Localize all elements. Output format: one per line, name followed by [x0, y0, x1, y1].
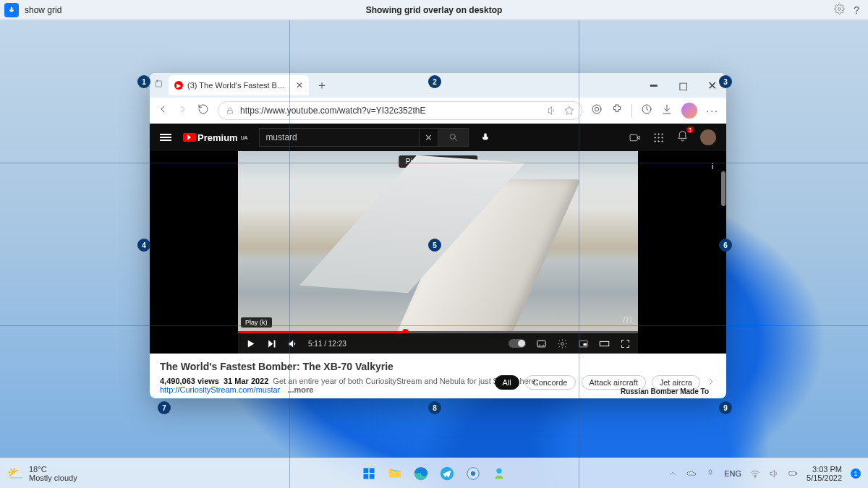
history-icon[interactable] — [641, 103, 652, 118]
fullscreen-button[interactable] — [620, 338, 631, 349]
youtube-favicon: ▶ — [174, 81, 183, 90]
svg-point-31 — [471, 471, 475, 476]
svg-point-9 — [658, 133, 659, 134]
url-text: https://www.youtube.com/watch?v=YI32c352… — [240, 106, 425, 116]
grid-cell-2[interactable]: 2 — [428, 75, 441, 88]
browser-menu-icon[interactable]: ··· — [706, 105, 719, 116]
captions-button[interactable] — [536, 338, 547, 349]
play-button[interactable] — [245, 338, 256, 349]
voice-settings-icon[interactable] — [834, 4, 845, 17]
refresh-button[interactable] — [197, 103, 209, 118]
weather-widget[interactable]: ⛅ 18°C Mostly cloudy — [7, 465, 77, 482]
svg-point-20 — [561, 342, 564, 345]
svg-point-3 — [592, 105, 601, 114]
svg-rect-7 — [630, 134, 637, 141]
related-video-title[interactable]: Russian Bomber Made To — [621, 388, 709, 395]
svg-point-13 — [662, 137, 663, 137]
notification-center-badge[interactable]: 1 — [851, 468, 861, 479]
tray-mic-icon[interactable] — [705, 468, 715, 479]
grid-cell-7[interactable]: 7 — [158, 401, 171, 414]
chip-concorde[interactable]: Concorde — [525, 375, 576, 390]
extensions-icon[interactable] — [611, 103, 623, 118]
channel-watermark[interactable]: m — [623, 313, 632, 326]
youtube-logo[interactable]: Premium UA — [183, 132, 247, 143]
grid-cell-6[interactable]: 6 — [719, 239, 732, 252]
voice-access-icon[interactable] — [488, 463, 510, 484]
svg-rect-26 — [364, 474, 369, 479]
volume-button[interactable] — [287, 338, 298, 349]
miniplayer-button[interactable] — [578, 338, 589, 349]
youtube-search: ✕ — [259, 128, 469, 147]
voice-search-icon[interactable] — [480, 132, 490, 142]
grid-cell-5[interactable]: 5 — [428, 239, 441, 252]
microphone-icon[interactable] — [4, 3, 19, 17]
wifi-icon[interactable] — [750, 468, 760, 479]
onedrive-icon[interactable] — [686, 468, 697, 479]
downloads-icon[interactable] — [661, 103, 673, 118]
grid-cell-1[interactable]: 1 — [137, 75, 150, 88]
close-tab-icon[interactable]: ✕ — [296, 80, 303, 90]
site-info-icon[interactable] — [226, 106, 234, 115]
file-explorer-icon[interactable] — [384, 463, 406, 484]
grid-cell-8[interactable]: 8 — [428, 401, 441, 414]
search-button[interactable] — [438, 128, 469, 147]
new-tab-button[interactable]: ＋ — [316, 78, 328, 93]
address-bar[interactable]: https://www.youtube.com/watch?v=YI32c352… — [218, 101, 582, 120]
chip-all[interactable]: All — [495, 375, 519, 390]
system-tray: ENG 3:03 PM 5/15/2022 1 — [668, 465, 861, 482]
voice-help-icon[interactable]: ? — [854, 4, 859, 16]
description-link[interactable]: http://CuriosityStream.com/mustar — [160, 385, 280, 394]
scrollbar-thumb[interactable] — [721, 171, 726, 206]
start-button[interactable] — [358, 463, 380, 484]
clock[interactable]: 3:03 PM 5/15/2022 — [807, 465, 842, 482]
search-input[interactable] — [259, 128, 420, 147]
speaker-icon[interactable] — [769, 468, 779, 479]
menu-icon[interactable] — [160, 132, 171, 142]
edge-browser-window: ▶ (3) The World's Fastest Bomber: ✕ ＋ ━ … — [150, 73, 726, 398]
taskbar-apps — [358, 463, 510, 484]
browser-tab[interactable]: ▶ (3) The World's Fastest Bomber: ✕ — [169, 75, 309, 95]
grid-cell-4[interactable]: 4 — [137, 239, 150, 252]
settings-button[interactable] — [557, 338, 568, 349]
language-indicator[interactable]: ENG — [724, 469, 741, 478]
more-button[interactable]: ...more — [287, 385, 313, 394]
minimize-button[interactable]: ━ — [639, 73, 668, 98]
tray-chevron-icon[interactable] — [668, 468, 678, 479]
battery-icon[interactable] — [788, 468, 798, 479]
maximize-button[interactable]: ◻ — [668, 73, 697, 98]
svg-point-16 — [662, 140, 663, 141]
favorite-icon[interactable] — [564, 106, 574, 116]
create-icon[interactable] — [629, 132, 641, 144]
apps-icon[interactable] — [652, 132, 665, 144]
autoplay-toggle[interactable] — [509, 339, 526, 348]
edge-icon[interactable] — [410, 463, 432, 484]
weather-condition: Mostly cloudy — [29, 474, 77, 482]
grid-cell-9[interactable]: 9 — [719, 401, 732, 414]
chips-scroll-right-icon[interactable] — [706, 377, 716, 388]
tab-title: (3) The World's Fastest Bomber: — [187, 81, 289, 90]
grid-cell-3[interactable]: 3 — [719, 75, 732, 88]
svg-rect-25 — [370, 468, 375, 473]
clock-date: 5/15/2022 — [807, 474, 842, 482]
notifications-icon[interactable]: 3 — [676, 130, 689, 145]
youtube-play-icon — [183, 133, 196, 142]
forward-button[interactable] — [177, 103, 189, 118]
settings-app-icon[interactable] — [462, 463, 484, 484]
telegram-icon[interactable] — [436, 463, 458, 484]
video-player[interactable]: Picture in picture Play (k) m 5:11 / 12:… — [150, 151, 726, 354]
theater-button[interactable] — [599, 338, 610, 349]
channel-avatar[interactable] — [700, 129, 716, 145]
svg-point-11 — [655, 137, 655, 137]
clear-search-icon[interactable]: ✕ — [420, 128, 438, 147]
next-button[interactable] — [266, 338, 277, 349]
player-right-pillar: i — [638, 151, 726, 354]
video-frame[interactable]: Picture in picture Play (k) m 5:11 / 12:… — [238, 151, 638, 354]
tracking-prevention-icon[interactable] — [591, 103, 603, 118]
read-aloud-icon[interactable] — [547, 106, 557, 116]
back-button[interactable] — [157, 103, 169, 118]
tab-actions-icon[interactable] — [154, 79, 164, 92]
voice-command-text: show grid — [25, 5, 61, 15]
info-card-icon[interactable]: i — [706, 160, 719, 173]
profile-avatar[interactable] — [681, 103, 697, 119]
svg-rect-27 — [370, 474, 375, 479]
